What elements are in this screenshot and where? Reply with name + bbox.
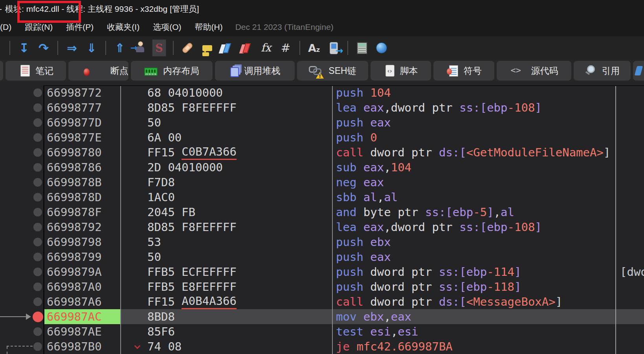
address-cell[interactable]: 6699878F [44,205,120,220]
address-cell[interactable]: 669987AE [44,324,120,339]
disasm-row[interactable]: 669987928D85 F8FEFFFFlea eax,dword ptr s… [0,220,644,235]
bytes-cell[interactable]: 50 [120,115,332,130]
breakpoint-bullet[interactable] [33,88,42,97]
comment-cell[interactable] [615,85,644,100]
breakpoint-bullet[interactable] [33,342,42,351]
tab-seh[interactable]: SEH链 [297,61,368,81]
address-cell[interactable]: 66998772 [44,85,120,100]
address-cell[interactable]: 66998777 [44,100,120,115]
comment-cell[interactable] [615,205,644,220]
run-to-user-code-button[interactable] [130,39,149,57]
breakpoint-bullet[interactable] [33,327,42,336]
menu-item-2[interactable]: 跟踪(N) [25,22,53,33]
address-cell[interactable]: 6699877D [44,115,120,130]
instruction-cell[interactable]: mov ebx,eax [332,309,615,324]
address-cell[interactable]: 669987B0 [44,339,120,354]
breakpoint-bullet[interactable] [33,223,42,231]
disasm-row[interactable]: 6699878F2045 FBand byte ptr ss:[ebp-5],a… [0,205,644,220]
instruction-cell[interactable]: and byte ptr ss:[ebp-5],al [332,205,615,220]
tab-source[interactable]: 源代码 [497,61,571,81]
bytes-cell[interactable]: 8BD8 [120,309,332,324]
switch-window-button[interactable] [324,39,343,57]
address-cell[interactable]: 66998780 [44,145,120,160]
instruction-cell[interactable]: push eax [332,115,615,130]
comment-cell[interactable] [615,339,644,354]
bytes-cell[interactable]: 2D 04010000 [120,160,332,175]
breakpoint-bullet[interactable] [33,253,42,261]
breakpoint-bullet[interactable] [33,118,42,127]
breakpoint-bullet[interactable] [33,282,42,291]
disasm-row[interactable]: 6699879950push eax [0,249,644,264]
function-button[interactable]: fx [256,39,276,57]
bookmark-button[interactable] [237,39,256,57]
bytes-cell[interactable]: FF15 A0B4A366 [120,294,332,309]
comment-cell[interactable] [615,235,644,249]
disassembly-panel[interactable]: 6699877268 04010000push 104669987778D85 … [0,82,644,354]
breakpoint-bullet[interactable] [33,163,42,172]
instruction-cell[interactable]: push eax [332,249,615,264]
disasm-row[interactable]: 669987AE85F6test esi,esi [0,324,644,339]
breakpoint-bullet[interactable] [33,208,42,216]
address-cell[interactable]: 66998798 [44,235,120,249]
comment-cell[interactable] [615,175,644,190]
breakpoint-bullet[interactable] [33,193,42,202]
source-step-toggle-button[interactable]: S [149,39,169,57]
ordinal-button[interactable]: # [276,39,295,57]
instruction-cell[interactable]: push dword ptr ss:[ebp-114] [332,264,615,279]
tab-partial-right[interactable] [633,61,644,81]
instruction-cell[interactable]: je mfc42.669987BA [332,339,615,354]
comment-button[interactable] [197,39,217,57]
tab-partial-left[interactable] [0,61,3,81]
address-cell[interactable]: 669987AC [44,309,120,324]
instruction-cell[interactable]: sbb al,al [332,190,615,205]
tab-note[interactable]: 笔记 [6,61,66,81]
address-cell[interactable]: 6699877E [44,130,120,145]
bytes-cell[interactable]: 2045 FB [120,205,332,220]
address-cell[interactable]: 6699879A [44,264,120,279]
comment-cell[interactable] [615,145,644,160]
address-cell[interactable]: 66998792 [44,220,120,235]
comment-cell[interactable] [615,130,644,145]
breakpoint-bullet[interactable] [33,178,42,187]
breakpoint-bullet[interactable] [33,103,42,112]
breakpoint-bullet[interactable] [33,297,42,306]
disasm-row[interactable]: 669987A6FF15 A0B4A366call dword ptr ds:[… [0,294,644,309]
tab-breakpoint[interactable]: 断点 [68,61,128,81]
breakpoint-bullet[interactable] [33,312,43,322]
disasm-row[interactable]: 6699878BF7D8neg eax [0,175,644,190]
comment-cell[interactable] [615,160,644,175]
menu-item-5[interactable]: 选项(O) [153,22,181,33]
comment-cell[interactable] [615,100,644,115]
disasm-row[interactable]: 6699879853push ebx [0,235,644,249]
disasm-row[interactable]: 6699877D50push eax [0,115,644,130]
bytes-cell[interactable]: 8D85 F8FEFFFF [120,100,332,115]
address-cell[interactable]: 669987A0 [44,279,120,294]
bytes-cell[interactable]: FFB5 E8FEFFFF [120,279,332,294]
bytes-cell[interactable]: 6A 00 [120,130,332,145]
comment-cell[interactable] [615,324,644,339]
comment-cell[interactable] [615,249,644,264]
breakpoint-bullet[interactable] [33,133,42,142]
patch-button[interactable] [178,39,197,57]
disasm-row[interactable]: 66998780FF15 C0B7A366call dword ptr ds:[… [0,145,644,160]
disasm-row[interactable]: 669987B074 08je mfc42.669987BA [0,339,644,354]
disasm-row[interactable]: 6699879AFFB5 ECFEFFFFpush dword ptr ss:[… [0,264,644,279]
tab-symbol[interactable]: 符号 [433,61,494,81]
bytes-cell[interactable]: 50 [120,249,332,264]
comment-cell[interactable] [615,220,644,235]
instruction-cell[interactable]: push 0 [332,130,615,145]
menu-item-1[interactable]: (D) [0,22,11,32]
tab-callstack[interactable]: 调用堆栈 [215,61,295,81]
instruction-cell[interactable]: push 104 [332,85,615,100]
comment-cell[interactable] [615,309,644,324]
instruction-cell[interactable]: sub eax,104 [332,160,615,175]
highlight-mode-button[interactable]: Az [304,39,324,57]
bytes-cell[interactable]: FF15 C0B7A366 [120,145,332,160]
comment-cell[interactable] [615,279,644,294]
bytes-cell[interactable]: FFB5 ECFEFFFF [120,264,332,279]
tab-memory[interactable]: 内存布局 [131,61,213,81]
address-cell[interactable]: 66998786 [44,160,120,175]
disasm-row[interactable]: 669987778D85 F8FEFFFFlea eax,dword ptr s… [0,100,644,115]
trace-into-button[interactable]: ⇒ [62,39,82,57]
bytes-cell[interactable]: 8D85 F8FEFFFF [120,220,332,235]
